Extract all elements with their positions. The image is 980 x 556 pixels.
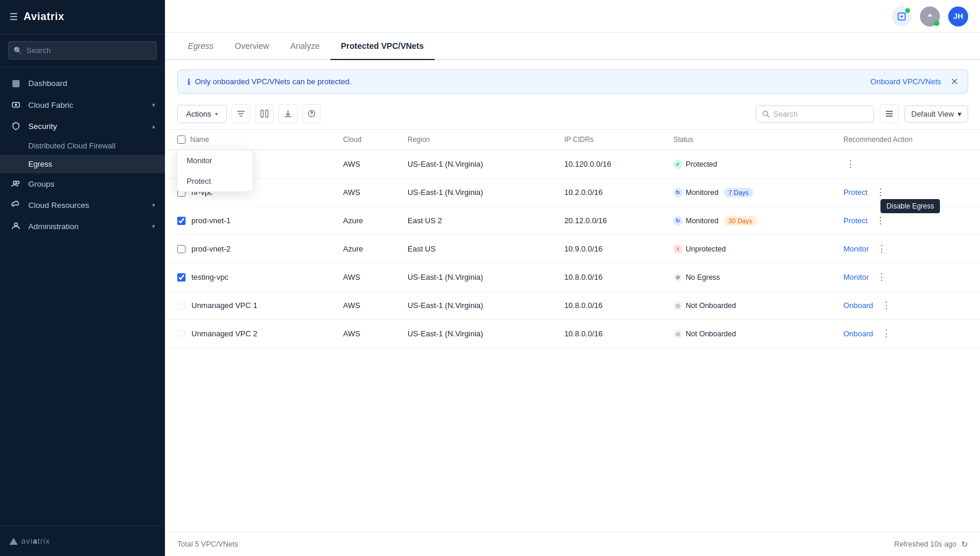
administration-icon: [9, 221, 22, 231]
online-status-dot: [934, 21, 939, 26]
tab-analyze[interactable]: Analyze: [280, 33, 330, 60]
sidebar-nav: ▦ Dashboard Cloud Fabric ▾ Security ▴ Di…: [0, 67, 165, 525]
col-header-name: Name: [165, 130, 334, 150]
sidebar-item-label-dashboard: Dashboard: [28, 79, 155, 88]
more-options-unmanaged-vpc-2[interactable]: ⋮: [879, 327, 893, 340]
vpc-name-prod-vnet-2: prod-vnet-2: [191, 244, 230, 253]
vpc-name-unmanaged-vpc-2: Unmanaged VPC 2: [191, 329, 257, 338]
sidebar-item-cloud-resources[interactable]: Cloud Resources ▾: [0, 194, 165, 216]
col-header-cloud[interactable]: Cloud: [334, 130, 398, 150]
svg-rect-14: [886, 111, 893, 112]
banner-close-button[interactable]: ✕: [951, 76, 958, 87]
sidebar-item-cloud-fabric[interactable]: Cloud Fabric ▾: [0, 94, 165, 115]
cell-region-unmanaged-vpc-1: US-East-1 (N.Virginia): [398, 292, 555, 320]
help-button[interactable]: [302, 104, 321, 123]
row-checkbox-prod-vnet-2[interactable]: [177, 245, 186, 253]
cell-cloud-engg-vpc: AWS: [334, 150, 398, 178]
tab-protected-vpcs[interactable]: Protected VPC/VNets: [330, 33, 435, 60]
action-link-prod-vnet-2[interactable]: Monitor: [843, 244, 869, 253]
row-checkbox-testing-vpc[interactable]: [177, 273, 186, 282]
sidebar-search-input[interactable]: [8, 41, 157, 59]
onboard-vpc-link[interactable]: Onboard VPC/VNets: [870, 77, 941, 86]
action-link-unmanaged-vpc-2[interactable]: Onboard: [843, 329, 873, 338]
cell-action-engg-vpc: ⋮: [834, 150, 980, 178]
cell-region-engg-vpc: US-East-1 (N.Virginia): [398, 150, 555, 178]
cell-cloud-hr-vpc: AWS: [334, 178, 398, 207]
cell-status-hr-vpc: ↻ Monitored 7 Days: [664, 178, 834, 207]
row-checkbox-unmanaged-vpc-1[interactable]: [177, 302, 186, 310]
table-row: prod-vnet-1 Azure East US 2 20.12.0.0/16…: [165, 207, 980, 235]
action-link-hr-vpc[interactable]: Protect: [843, 188, 868, 197]
administration-arrow-icon: ▾: [152, 223, 155, 230]
notifications-button[interactable]: [892, 6, 912, 27]
arrow-button[interactable]: [920, 6, 940, 27]
table-row: hr-vpc AWS US-East-1 (N.Virginia) 10.2.0…: [165, 178, 980, 207]
cell-ip-cidrs-prod-vnet-2: 10.9.0.0/16: [555, 235, 664, 263]
more-options-prod-vnet-1[interactable]: ⋮: [873, 214, 888, 227]
status-icon-hr-vpc: ↻: [673, 188, 683, 197]
cell-region-prod-vnet-1: East US 2: [398, 207, 555, 235]
cell-cloud-prod-vnet-2: Azure: [334, 235, 398, 263]
col-header-status[interactable]: Status: [664, 130, 834, 150]
info-banner: ℹ Only onboarded VPC/VNets can be protec…: [177, 70, 968, 94]
col-header-ip-cidrs[interactable]: IP CIDRs: [555, 130, 664, 150]
view-selector[interactable]: Default View ▾: [905, 105, 968, 123]
banner-message: Only onboarded VPC/VNets can be protecte…: [195, 77, 352, 86]
hamburger-icon[interactable]: ☰: [9, 11, 18, 22]
filter-button[interactable]: [231, 104, 250, 123]
svg-rect-9: [266, 110, 268, 117]
cell-ip-cidrs-hr-vpc: 10.2.0.0/16: [555, 178, 664, 207]
cell-cloud-unmanaged-vpc-1: AWS: [334, 292, 398, 320]
more-options-testing-vpc[interactable]: ⋮: [875, 270, 889, 284]
cell-status-engg-vpc: ✓ Protected: [664, 150, 834, 178]
search-bar: [756, 105, 874, 123]
more-options-unmanaged-vpc-1[interactable]: ⋮: [879, 299, 893, 312]
table-row: engg-vpc AWS US-East-1 (N.Virginia) 10.1…: [165, 150, 980, 178]
more-options-prod-vnet-2[interactable]: ⋮: [875, 242, 889, 256]
col-header-region[interactable]: Region: [398, 130, 555, 150]
more-options-engg-vpc[interactable]: ⋮: [843, 157, 858, 171]
sidebar-item-security[interactable]: Security ▴: [0, 115, 165, 137]
svg-point-4: [15, 223, 18, 226]
search-icon: 🔍: [14, 47, 22, 55]
status-text-unmanaged-vpc-2: Not Onboarded: [686, 330, 736, 338]
user-avatar-button[interactable]: JH: [948, 6, 968, 27]
cell-region-hr-vpc: US-East-1 (N.Virginia): [398, 178, 555, 207]
dropdown-item-protect[interactable]: Protect: [177, 171, 253, 191]
dropdown-item-monitor[interactable]: Monitor: [177, 150, 253, 171]
tab-overview[interactable]: Overview: [224, 33, 280, 60]
sidebar-item-dashboard[interactable]: ▦ Dashboard: [0, 72, 165, 94]
status-text-testing-vpc: No Egress: [686, 273, 720, 282]
more-options-hr-vpc[interactable]: ⋮: [873, 186, 888, 199]
select-all-checkbox[interactable]: [177, 135, 186, 144]
info-icon: ℹ: [187, 77, 190, 87]
status-text-prod-vnet-2: Unprotected: [686, 245, 726, 253]
sidebar-item-groups[interactable]: Groups: [0, 173, 165, 194]
row-checkbox-unmanaged-vpc-2[interactable]: [177, 330, 186, 338]
action-link-prod-vnet-1[interactable]: Protect: [843, 216, 868, 225]
svg-point-11: [311, 115, 312, 115]
action-link-unmanaged-vpc-1[interactable]: Onboard: [843, 301, 873, 310]
total-label: Total 5 VPC/VNets: [177, 540, 239, 548]
days-badge: 30 Days: [724, 216, 757, 226]
search-input[interactable]: [773, 110, 868, 118]
download-button[interactable]: [279, 104, 297, 123]
cell-action-unmanaged-vpc-2: Onboard ⋮: [834, 320, 980, 348]
columns-button[interactable]: [255, 104, 274, 123]
action-link-testing-vpc[interactable]: Monitor: [843, 273, 869, 282]
sidebar-item-administration[interactable]: Administration ▾: [0, 216, 165, 237]
col-header-recommended-action: Recommended Action: [834, 130, 980, 150]
tabs-bar: Egress Overview Analyze Protected VPC/VN…: [165, 33, 980, 60]
sidebar-subitem-distributed-cloud-firewall[interactable]: Distributed Cloud Firewall: [0, 137, 165, 155]
row-checkbox-prod-vnet-1[interactable]: [177, 217, 186, 225]
actions-dropdown-button[interactable]: Actions ▾: [177, 105, 227, 123]
sidebar-subitem-egress[interactable]: Egress: [0, 155, 165, 173]
refresh-button[interactable]: ↻: [961, 540, 968, 549]
view-icon-button[interactable]: [880, 104, 899, 123]
aviatrix-triangle-icon: [9, 538, 18, 545]
svg-rect-8: [261, 110, 263, 117]
content-area: ℹ Only onboarded VPC/VNets can be protec…: [165, 60, 980, 532]
tab-egress[interactable]: Egress: [177, 33, 224, 60]
cell-cloud-prod-vnet-1: Azure: [334, 207, 398, 235]
cell-status-unmanaged-vpc-2: ◎ Not Onboarded: [664, 320, 834, 348]
